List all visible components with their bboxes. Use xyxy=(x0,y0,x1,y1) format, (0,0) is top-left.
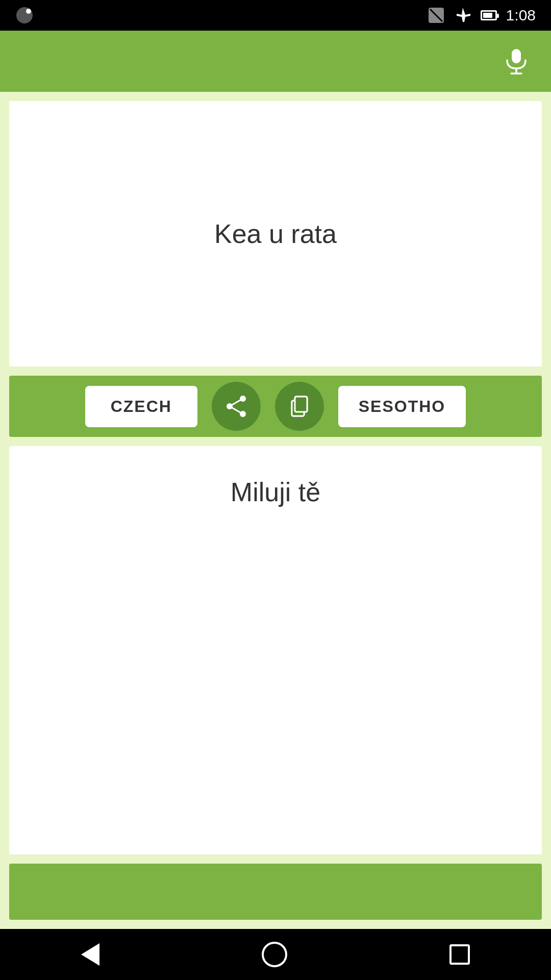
svg-line-11 xyxy=(230,406,243,414)
share-icon xyxy=(224,395,248,418)
mic-icon xyxy=(502,47,531,76)
back-button[interactable] xyxy=(81,943,99,966)
signal-icon xyxy=(15,6,34,24)
recents-icon xyxy=(449,944,470,965)
airplane-icon xyxy=(454,7,471,24)
main-content: Kea u rata CZECH SESOTHO Miluji tě xyxy=(0,92,551,929)
bottom-translation-panel[interactable]: Miluji tě xyxy=(9,446,542,854)
status-right: 1:08 xyxy=(428,7,536,24)
back-icon xyxy=(81,943,99,966)
mic-button[interactable] xyxy=(502,47,531,76)
copy-icon xyxy=(288,395,311,418)
top-translation-panel[interactable]: Kea u rata xyxy=(9,101,542,366)
home-button[interactable] xyxy=(262,942,287,967)
app-header xyxy=(0,31,551,92)
status-left xyxy=(15,6,34,24)
share-button[interactable] xyxy=(212,382,261,431)
no-sim-icon xyxy=(428,7,445,24)
recents-button[interactable] xyxy=(449,944,470,965)
home-icon xyxy=(262,942,287,967)
status-bar: 1:08 xyxy=(0,0,551,31)
target-language-button[interactable]: SESOTHO xyxy=(338,386,466,427)
copy-button[interactable] xyxy=(275,382,324,431)
clock: 1:08 xyxy=(506,7,536,24)
translated-text: Miluji tě xyxy=(231,477,320,507)
source-text: Kea u rata xyxy=(214,218,337,249)
svg-point-1 xyxy=(26,9,31,14)
svg-rect-15 xyxy=(295,397,307,412)
svg-rect-4 xyxy=(512,49,521,63)
language-bar: CZECH SESOTHO xyxy=(9,376,542,437)
bottom-green-bar xyxy=(9,864,542,920)
battery-icon xyxy=(481,10,497,20)
source-language-button[interactable]: CZECH xyxy=(85,386,197,427)
svg-line-10 xyxy=(230,399,243,406)
nav-bar xyxy=(0,929,551,980)
